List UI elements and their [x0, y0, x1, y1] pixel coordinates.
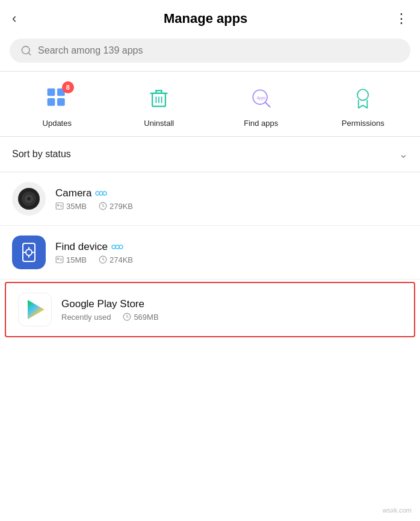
svg-point-37 — [119, 245, 123, 249]
permissions-icon-wrap — [347, 83, 378, 114]
svg-line-1 — [28, 53, 30, 55]
sort-chevron-icon: ⌄ — [399, 148, 408, 161]
permissions-label: Permissions — [342, 119, 384, 128]
svg-point-25 — [103, 192, 107, 195]
play-store-status: Recently used — [61, 313, 111, 322]
storage-icon-2 — [99, 255, 107, 264]
more-menu-button[interactable]: ⋮ — [395, 11, 408, 27]
play-store-app-info: Google Play Store Recently used 569MB — [61, 298, 402, 322]
svg-rect-5 — [57, 98, 65, 106]
play-store-icon-svg — [23, 298, 47, 322]
camera-app-meta: 35MB 279KB — [55, 202, 408, 211]
storage-icon-3 — [123, 313, 131, 321]
find-device-app-name: Find device — [55, 241, 108, 253]
updates-badge: 8 — [62, 81, 74, 93]
camera-name-row: Camera — [55, 187, 408, 199]
camera-app-info: Camera 35MB — [55, 187, 408, 211]
svg-point-39 — [58, 258, 59, 260]
svg-rect-2 — [47, 89, 55, 96]
permissions-icon — [351, 86, 375, 110]
find-device-app-meta: 15MB 274KB — [55, 255, 408, 264]
uninstall-icon-wrap — [143, 83, 174, 114]
find-device-icon-svg — [19, 242, 39, 263]
find-device-size: 15MB — [55, 255, 87, 264]
search-input[interactable] — [38, 45, 400, 56]
find-device-app-info: Find device 15MB — [55, 241, 408, 264]
app-item-play-store[interactable]: Google Play Store Recently used 569MB — [5, 282, 415, 337]
play-store-app-icon — [18, 293, 52, 326]
search-icon — [20, 45, 32, 57]
quick-action-updates[interactable]: 8 Updates — [33, 83, 81, 128]
camera-app-icon — [12, 182, 46, 216]
svg-line-15 — [265, 102, 270, 107]
play-store-app-name: Google Play Store — [61, 298, 144, 310]
svg-text:Apps: Apps — [256, 96, 265, 101]
camera-size: 35MB — [55, 202, 87, 211]
play-store-name-row: Google Play Store — [61, 298, 402, 310]
find-device-name-row: Find device — [55, 241, 408, 253]
search-bar[interactable] — [10, 39, 410, 63]
updates-label: Updates — [43, 119, 72, 128]
find-device-extra: 274KB — [99, 255, 133, 264]
page-title: Manage apps — [164, 11, 247, 27]
search-bar-wrap — [0, 35, 420, 71]
uninstall-icon — [147, 86, 171, 110]
svg-rect-38 — [56, 257, 63, 263]
quick-action-uninstall[interactable]: Uninstall — [135, 83, 183, 128]
svg-point-23 — [96, 192, 99, 195]
quick-action-find-apps[interactable]: Apps Find apps — [237, 83, 285, 128]
size-icon — [55, 202, 64, 210]
svg-point-27 — [58, 205, 59, 206]
svg-marker-41 — [28, 300, 45, 319]
camera-extra: 279KB — [99, 202, 133, 211]
find-apps-icon: Apps — [249, 86, 273, 110]
play-store-size: 569MB — [123, 313, 158, 322]
svg-point-35 — [112, 245, 116, 249]
quick-actions-row: 8 Updates Uninstall — [0, 72, 420, 136]
header: ‹ Manage apps ⋮ — [0, 0, 420, 35]
app-item-find-device[interactable]: Find device 15MB — [0, 226, 420, 279]
app-list: Camera 35MB — [0, 172, 420, 337]
storage-icon — [99, 202, 107, 210]
svg-rect-4 — [47, 98, 55, 106]
quick-action-permissions[interactable]: Permissions — [339, 83, 387, 128]
sort-label: Sort by status — [12, 149, 71, 160]
svg-point-17 — [357, 89, 368, 100]
uninstall-label: Uninstall — [144, 119, 174, 128]
camera-dots — [95, 190, 107, 197]
updates-icon-wrap: 8 — [42, 83, 73, 114]
svg-point-22 — [27, 197, 31, 201]
find-apps-icon-wrap: Apps — [246, 83, 277, 114]
app-item-camera[interactable]: Camera 35MB — [0, 172, 420, 226]
size-icon-2 — [55, 255, 64, 264]
svg-rect-26 — [56, 203, 63, 210]
svg-point-24 — [99, 192, 103, 195]
sort-row[interactable]: Sort by status ⌄ — [0, 137, 420, 172]
back-button[interactable]: ‹ — [12, 11, 16, 27]
svg-point-30 — [26, 249, 32, 255]
find-apps-label: Find apps — [244, 119, 278, 128]
play-store-app-meta: Recently used 569MB — [61, 313, 402, 322]
camera-icon-svg — [12, 182, 46, 216]
watermark: wsxk.com — [383, 507, 412, 514]
camera-app-name: Camera — [55, 187, 91, 199]
svg-point-36 — [116, 245, 119, 249]
find-device-app-icon — [12, 236, 46, 269]
find-device-icon-bg — [12, 236, 46, 269]
find-device-dots — [111, 243, 123, 251]
